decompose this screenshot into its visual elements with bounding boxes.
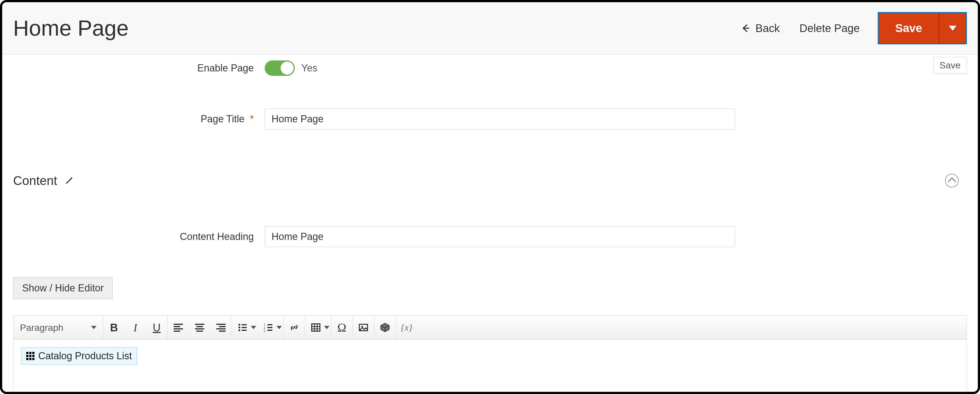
format-select[interactable]: Paragraph <box>13 316 103 339</box>
page-title-label-wrap: Page Title * <box>13 113 265 125</box>
enable-page-label: Enable Page <box>13 62 265 74</box>
pencil-icon <box>65 176 73 185</box>
svg-point-3 <box>239 327 240 329</box>
align-center-button[interactable] <box>189 316 210 339</box>
caret-down-icon <box>251 326 256 329</box>
content-heading-label: Content Heading <box>13 231 265 242</box>
enable-page-control: Yes <box>265 61 317 76</box>
widget-label: Catalog Products List <box>38 350 132 362</box>
content-heading-row: Content Heading <box>13 226 967 247</box>
page-title-label: Page Title <box>201 113 245 124</box>
caret-down-icon <box>324 326 329 329</box>
back-button-label: Back <box>756 22 780 35</box>
link-button[interactable] <box>283 316 305 339</box>
special-char-button[interactable]: Ω <box>331 316 352 339</box>
required-star-icon: * <box>250 113 254 124</box>
back-arrow-icon <box>741 23 751 33</box>
format-select-label: Paragraph <box>20 322 64 333</box>
content-section-header: Content <box>13 173 967 188</box>
image-group <box>353 316 374 339</box>
enable-page-row: Enable Page Yes <box>13 61 967 76</box>
content-section-title: Content <box>13 173 57 188</box>
underline-button[interactable]: U <box>146 316 167 339</box>
caret-down-icon <box>91 326 97 329</box>
delete-page-label: Delete Page <box>800 22 860 35</box>
toggle-editor-button[interactable]: Show / Hide Editor <box>13 277 113 299</box>
editor-canvas[interactable]: Catalog Products List <box>13 340 967 394</box>
collapse-section-button[interactable] <box>945 174 959 187</box>
grid-icon <box>26 352 35 360</box>
svg-text:3: 3 <box>264 329 265 333</box>
enable-page-toggle[interactable] <box>265 61 295 76</box>
page-title-row: Page Title * <box>13 108 967 129</box>
enable-page-state: Yes <box>301 62 317 74</box>
link-group <box>283 316 305 339</box>
page-root: Home Page Back Delete Page Save Save Ena… <box>0 0 980 394</box>
widget-group <box>374 316 396 339</box>
svg-point-4 <box>239 329 240 331</box>
table-group <box>305 316 331 339</box>
content-heading-input[interactable] <box>265 226 735 247</box>
bold-button[interactable]: B <box>103 316 125 339</box>
page-title-input[interactable] <box>265 108 735 129</box>
align-right-button[interactable] <box>210 316 232 339</box>
page-title: Home Page <box>13 16 739 41</box>
text-style-group: B I U <box>103 316 168 339</box>
save-tooltip: Save <box>933 57 967 73</box>
list-group: 123 <box>232 316 283 339</box>
special-char-group: Ω <box>331 316 353 339</box>
save-button[interactable]: Save <box>879 13 939 43</box>
caret-down-icon <box>277 326 282 329</box>
variable-group: {x} <box>396 316 417 339</box>
svg-point-2 <box>239 324 240 326</box>
wysiwyg-toolbar: Paragraph B I U 123 <box>13 316 967 340</box>
insert-widget-button[interactable] <box>374 316 396 339</box>
format-group: Paragraph <box>13 316 103 339</box>
insert-image-button[interactable] <box>353 316 374 339</box>
italic-button[interactable]: I <box>125 316 146 339</box>
bullet-list-dropdown[interactable] <box>250 316 258 339</box>
align-group <box>168 316 232 339</box>
number-list-dropdown[interactable] <box>275 316 283 339</box>
insert-variable-button[interactable]: {x} <box>396 316 417 339</box>
table-dropdown[interactable] <box>323 316 331 339</box>
caret-down-icon <box>949 26 956 30</box>
align-left-button[interactable] <box>168 316 189 339</box>
chevron-up-icon <box>948 177 956 185</box>
catalog-products-widget[interactable]: Catalog Products List <box>21 347 137 365</box>
save-dropdown-button[interactable] <box>939 13 966 43</box>
page-header: Home Page Back Delete Page Save <box>2 2 978 54</box>
delete-page-button[interactable]: Delete Page <box>798 22 861 35</box>
save-split-button: Save <box>878 12 967 44</box>
form-body: Enable Page Yes Page Title * Content <box>2 61 978 394</box>
back-button[interactable]: Back <box>739 22 781 35</box>
header-actions: Back Delete Page Save <box>739 2 967 54</box>
toggle-knob <box>280 62 294 75</box>
svg-rect-8 <box>312 324 320 331</box>
